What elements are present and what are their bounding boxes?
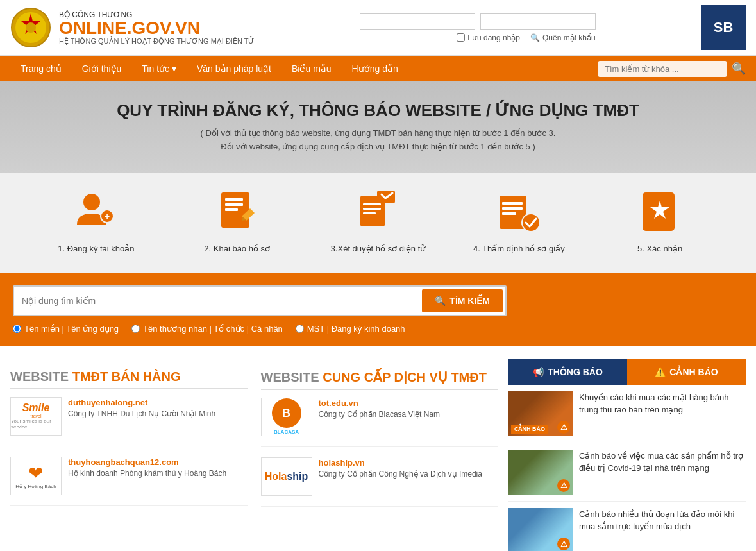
header-inputs [360,13,596,30]
register-icon: + [74,189,119,234]
search-input[interactable] [17,291,422,311]
radio-input-1[interactable] [13,325,21,333]
header-right: Lưu đăng nhập 🔍 Quên mật khẩu [360,13,596,42]
radio-tenmienmien[interactable]: Tên miền | Tên ứng dụng [13,324,119,334]
username-input[interactable] [360,13,475,30]
dich-vu-item-1: B BLACASA tot.edu.vn Công ty Cổ phần Bla… [261,398,499,447]
main-content: WEBSITE TMĐT BÁN HÀNG Smile travel Your … [0,346,756,551]
tab-header: 📢 THÔNG BÁO ⚠️ CẢNH BÁO [508,359,746,385]
dich-vu-info-1: tot.edu.vn Công ty Cổ phần Blacasa Việt … [319,398,441,419]
websites-row: WEBSITE TMĐT BÁN HÀNG Smile travel Your … [10,369,498,517]
remember-checkbox[interactable] [457,33,465,42]
news-text-3: Cảnh báo nhiều thủ đoạn lừa đảo mới khi … [579,508,746,533]
svg-rect-19 [502,212,516,215]
nav-gioithieu[interactable]: Giới thiệu [72,56,132,81]
verify-icon [496,189,541,234]
step-4: 4. Thẩm định hồ sơ giấy [448,186,589,253]
warning-icon: ⚠️ [655,367,666,377]
ban-hang-logo-1: Smile travel Your smiles is our service [10,397,62,436]
search-radios: Tên miền | Tên ứng dụng Tên thương nhân … [13,324,507,334]
megaphone-icon: 📢 [533,367,544,377]
ban-hang-info-1: duthuyenhalong.net Công ty TNHH Du Lịch … [68,397,215,418]
nav-huongdan[interactable]: Hướng dẫn [342,56,408,81]
forgot-label[interactable]: 🔍 Quên mật khẩu [530,33,596,42]
navbar-links: Trang chủ Giới thiệu Tin tức ▾ Văn bản p… [10,56,408,81]
radio-input-3[interactable] [296,325,304,333]
website-ban-hang: WEBSITE TMĐT BÁN HÀNG Smile travel Your … [10,369,248,517]
right-panel: 📢 THÔNG BÁO ⚠️ CẢNH BÁO CẢNH BÁO ⚠ Khuyế… [508,359,746,551]
nav-tintuc[interactable]: Tin tức ▾ [131,56,187,81]
svg-point-3 [26,22,36,33]
warning-badge-3: ⚠ [557,538,570,550]
nav-trangchu[interactable]: Trang chủ [10,56,72,81]
svg-rect-17 [502,202,523,205]
ban-hang-item-1: Smile travel Your smiles is our service … [10,397,248,446]
svg-rect-10 [225,208,238,211]
step-1: + 1. Đăng ký tài khoản [26,186,167,253]
step-2-label: 2. Khai báo hồ sơ [204,244,270,253]
dich-vu-info-2: holaship.vn Công ty Cổ phần Công Nghệ và… [319,457,482,479]
header-logo-right: SB [701,5,746,50]
news-item-2: ⚠ Cảnh báo về việc mua các sản phẩm hỗ t… [508,443,746,502]
hero-subtitle-line1: ( Đối với thủ tục thông báo website, ứng… [13,127,743,140]
header-left: BỘ CÔNG THƯƠNG ONLINE.GOV.VN HỆ THỐNG QU… [10,7,254,48]
svg-rect-9 [225,203,243,206]
tab-canhbao[interactable]: ⚠️ CẢNH BÁO [627,359,746,385]
logo-main: ONLINE.GOV.VN [59,19,254,37]
tab-thongbao[interactable]: 📢 THÔNG BÁO [508,359,627,385]
step-5-icon [634,186,685,237]
ban-hang-name-2: Hộ kinh doanh Phòng khám thú y Hoàng Bác… [68,469,226,478]
news-text-1: Khuyến cáo khi mua các mặt hàng bánh tru… [579,391,746,416]
step-3: 3.Xét duyệt hồ sơ điện tử [308,186,449,253]
svg-text:+: + [105,211,110,221]
ban-hang-url-1[interactable]: duthuyenhalong.net [68,398,147,407]
svg-rect-12 [363,203,381,205]
svg-rect-13 [363,208,381,210]
svg-rect-18 [502,207,523,210]
step-2: 2. Khai báo hồ sơ [167,186,308,253]
step-3-label: 3.Xét duyệt hồ sơ điện tử [331,244,426,253]
nav-vanbap[interactable]: Văn bản pháp luật [187,56,281,81]
header-options: Lưu đăng nhập 🔍 Quên mật khẩu [457,33,595,42]
ban-hang-url-2[interactable]: thuyhoangbachquan12.com [68,457,179,467]
dich-vu-name-1: Công ty Cổ phần Blacasa Việt Nam [319,410,441,419]
svg-rect-8 [225,198,243,201]
logo-text: BỘ CÔNG THƯƠNG ONLINE.GOV.VN HỆ THỐNG QU… [59,10,254,46]
form-icon [215,189,260,234]
navbar-search: 🔍 [598,61,746,77]
header-logo-text: SB [714,19,734,36]
navbar-search-button[interactable]: 🔍 [732,62,746,76]
canhbao-badge-1: CẢNH BÁO [511,425,548,434]
search-button[interactable]: 🔍 TÌM KIẾM [422,289,503,312]
password-input[interactable] [480,13,596,30]
ban-hang-item-2: ❤ Hộ y Hoàng Bách thuyhoangbachquan12.co… [10,457,248,506]
radio-mst[interactable]: MST | Đăng ký kinh doanh [296,324,405,334]
news-text-2: Cảnh báo về việc mua các sản phẩm hỗ trợ… [579,450,746,475]
dich-vu-url-2[interactable]: holaship.vn [319,458,365,468]
step-2-icon [212,186,263,237]
step-5-label: 5. Xác nhận [637,244,682,253]
search-icon: 🔍 [435,296,446,306]
ban-hang-info-2: thuyhoangbachquan12.com Hộ kinh doanh Ph… [68,457,226,478]
navbar-search-input[interactable] [598,61,727,77]
step-4-icon [493,186,544,237]
ban-hang-title: WEBSITE TMĐT BÁN HÀNG [10,369,248,389]
news-img-3: ⚠ [508,508,573,551]
site-header: BỘ CÔNG THƯƠNG ONLINE.GOV.VN HỆ THỐNG QU… [0,0,756,56]
left-panel: WEBSITE TMĐT BÁN HÀNG Smile travel Your … [10,359,508,551]
svg-point-20 [522,214,540,232]
radio-tenthuongnhan[interactable]: Tên thương nhân | Tổ chức | Cá nhân [131,324,283,334]
dich-vu-title: WEBSITE CUNG CẤP DỊCH VỤ TMĐT [261,369,499,390]
radio-input-2[interactable] [131,325,140,333]
step-5: 5. Xác nhận [589,186,730,253]
search-box: 🔍 TÌM KIẾM [13,285,507,316]
step-3-icon [352,186,403,237]
hero-section: QUY TRÌNH ĐĂNG KÝ, THÔNG BÁO WEBSITE / Ứ… [0,81,756,173]
nav-bieumau[interactable]: Biểu mẫu [281,56,342,81]
dich-vu-item-2: Holaship holaship.vn Công ty Cổ phần Côn… [261,457,499,507]
remember-label[interactable]: Lưu đăng nhập [457,33,520,42]
dich-vu-url-1[interactable]: tot.edu.vn [319,398,358,408]
news-img-2: ⚠ [508,450,573,495]
hero-subtitle: ( Đối với thủ tục thông báo website, ứng… [13,127,743,154]
warning-badge-2: ⚠ [557,479,570,492]
